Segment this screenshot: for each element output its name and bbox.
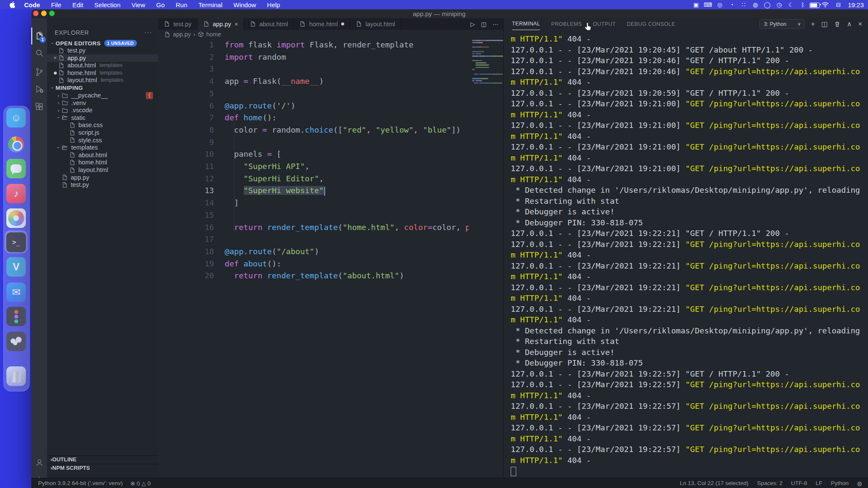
- menu-item-view[interactable]: View: [126, 0, 150, 9]
- account-icon[interactable]: [31, 454, 47, 471]
- kill-terminal-button[interactable]: [834, 21, 840, 28]
- tree-item-layout.html[interactable]: layout.html: [47, 166, 158, 174]
- run-python-file-button[interactable]: ▷: [470, 21, 475, 28]
- extensions-icon[interactable]: [31, 98, 47, 115]
- problems-summary[interactable]: ⊗ 0 △ 0: [131, 480, 151, 487]
- keyboard-icon[interactable]: ⌨: [703, 1, 713, 8]
- panel-tab-problems[interactable]: PROBLEMS: [551, 18, 582, 30]
- screen-mirroring-icon[interactable]: ▣: [691, 1, 701, 8]
- do-not-disturb-moon-icon[interactable]: ☾: [786, 1, 796, 8]
- source-control-icon[interactable]: [31, 64, 47, 80]
- breadcrumb-file[interactable]: app.py: [173, 31, 191, 38]
- notification-bell-icon[interactable]: ◍: [750, 1, 760, 8]
- close-editor-icon[interactable]: ×: [52, 55, 58, 61]
- tab-home.html[interactable]: home.html: [294, 18, 350, 30]
- oval-app-icon[interactable]: ◯: [762, 1, 772, 8]
- window-close-button[interactable]: [33, 11, 39, 16]
- tab-test.py[interactable]: test.py: [158, 18, 198, 30]
- tree-item-__pycache__[interactable]: ›__pycache__{: [47, 92, 158, 99]
- panel-tab-output[interactable]: OUTPUT: [593, 18, 616, 30]
- tree-item-templates[interactable]: ›templates: [47, 144, 158, 151]
- open-editor-test.py[interactable]: test.py: [47, 47, 158, 54]
- menu-item-run[interactable]: Run: [170, 0, 193, 9]
- tree-item-script.js[interactable]: script.js: [47, 129, 158, 136]
- editor-terminal-sash[interactable]: [503, 18, 504, 478]
- file-icon: [69, 137, 75, 143]
- menu-item-go[interactable]: Go: [151, 0, 170, 9]
- tree-item-home.html[interactable]: home.html: [47, 158, 158, 166]
- tab-app.py[interactable]: app.py×: [198, 18, 244, 30]
- menu-item-help[interactable]: Help: [262, 0, 286, 9]
- code-text: return render_template("about.html"): [225, 270, 469, 282]
- encoding[interactable]: UTF-8: [791, 480, 807, 486]
- terminal-shell-selector[interactable]: 3: Python∨: [760, 19, 805, 29]
- breadcrumb-symbol[interactable]: home: [206, 31, 221, 38]
- menu-item-file[interactable]: File: [46, 0, 67, 9]
- tree-item-style.css[interactable]: style.css: [47, 136, 158, 144]
- battery-icon[interactable]: [810, 1, 820, 8]
- open-editor-about.html[interactable]: about.htmltemplates: [47, 61, 158, 69]
- window-minimize-button[interactable]: [41, 11, 47, 16]
- open-editor-home.html[interactable]: home.htmltemplates: [47, 69, 158, 77]
- run-debug-icon[interactable]: [31, 80, 47, 97]
- tree-item-static[interactable]: ›static: [47, 114, 158, 122]
- terminal-line: 127.0.0.1 - - [23/Mar/2021 19:22:21] "GE…: [511, 304, 867, 315]
- window-titlebar[interactable]: app.py — miniping: [31, 9, 868, 18]
- menu-app-name[interactable]: Code: [19, 0, 46, 9]
- open-editors-header[interactable]: ›OPEN EDITORS1 UNSAVED: [47, 39, 158, 47]
- control-center-icon[interactable]: ⊟: [833, 1, 843, 8]
- bluetooth-icon[interactable]: ᛒ: [798, 1, 808, 8]
- code-editor[interactable]: 1from flask import Flask, render_templat…: [158, 39, 504, 478]
- menu-item-edit[interactable]: Edit: [67, 0, 89, 9]
- file-icon: [69, 122, 75, 128]
- tab-about.html[interactable]: about.html: [244, 18, 294, 30]
- terminal-panel[interactable]: TERMINALPROBLEMSOUTPUTDEBUG CONSOLE3: Py…: [504, 18, 868, 478]
- apple-menu-icon[interactable]: [6, 1, 19, 8]
- tree-item-test.py[interactable]: test.py: [47, 181, 158, 189]
- screen-record-icon[interactable]: ◔: [726, 1, 737, 8]
- maximize-panel-button[interactable]: ∧: [847, 20, 852, 28]
- app-grid-icon[interactable]: ∷: [738, 1, 748, 8]
- tree-item-base.css[interactable]: base.css: [47, 121, 158, 129]
- circle-app-icon[interactable]: ◎: [715, 1, 725, 8]
- terminal-line: m HTTP/1.1" 404 -: [511, 33, 867, 44]
- chevron-icon: ›: [56, 115, 62, 121]
- section-npm-scripts[interactable]: ›NPM SCRIPTS: [47, 464, 158, 471]
- clock-icon[interactable]: ◷: [774, 1, 784, 8]
- window-zoom-button[interactable]: [49, 11, 55, 16]
- new-terminal-button[interactable]: +: [811, 20, 815, 28]
- menu-item-selection[interactable]: Selection: [89, 0, 126, 9]
- open-editor-layout.html[interactable]: layout.htmltemplates: [47, 76, 158, 84]
- wifi-icon[interactable]: [821, 2, 832, 8]
- tree-item-app.py[interactable]: app.py: [47, 174, 158, 181]
- close-panel-button[interactable]: ×: [858, 20, 862, 28]
- menu-item-terminal[interactable]: Terminal: [193, 0, 228, 9]
- indentation[interactable]: Spaces: 2: [757, 480, 782, 486]
- notifications-bell-icon[interactable]: ◍: [857, 480, 862, 487]
- python-interpreter[interactable]: Python 3.9.2 64-bit ('.venv': venv): [38, 480, 123, 486]
- split-terminal-button[interactable]: ◫: [821, 20, 828, 28]
- open-editor-app.py[interactable]: ×app.py: [47, 54, 158, 62]
- terminal-line: 127.0.0.1 - - [23/Mar/2021 19:22:21] "GE…: [511, 282, 867, 293]
- project-root-header[interactable]: ›MINIPING: [47, 84, 158, 92]
- split-editor-button[interactable]: ◫: [481, 21, 487, 28]
- tab-close-icon[interactable]: ×: [234, 21, 238, 28]
- sidebar-more-actions[interactable]: ···: [145, 28, 152, 36]
- editor-more-actions-button[interactable]: ⋯: [492, 21, 498, 28]
- eol[interactable]: LF: [815, 480, 822, 486]
- panel-tab-terminal[interactable]: TERMINAL: [512, 18, 540, 30]
- minimap[interactable]: [472, 39, 498, 478]
- explorer-icon[interactable]: 1: [31, 28, 47, 44]
- cursor-position[interactable]: Ln 13, Col 22 (17 selected): [680, 480, 748, 486]
- menu-item-window[interactable]: Window: [228, 0, 262, 9]
- panel-tab-debug-console[interactable]: DEBUG CONSOLE: [627, 18, 675, 30]
- search-icon[interactable]: [31, 44, 47, 61]
- tree-item-about.html[interactable]: about.html: [47, 151, 158, 159]
- tree-item-.vscode[interactable]: ›.vscode: [47, 106, 158, 114]
- section-outline[interactable]: ›OUTLINE: [47, 455, 158, 463]
- tab-layout.html[interactable]: layout.html: [350, 18, 401, 30]
- terminal-output[interactable]: m HTTP/1.1" 404 -127.0.0.1 - - [23/Mar/2…: [511, 33, 867, 478]
- menu-bar-clock[interactable]: 19:23: [848, 1, 864, 8]
- tree-item-.venv[interactable]: ›.venv: [47, 99, 158, 107]
- language-mode[interactable]: Python: [831, 480, 849, 486]
